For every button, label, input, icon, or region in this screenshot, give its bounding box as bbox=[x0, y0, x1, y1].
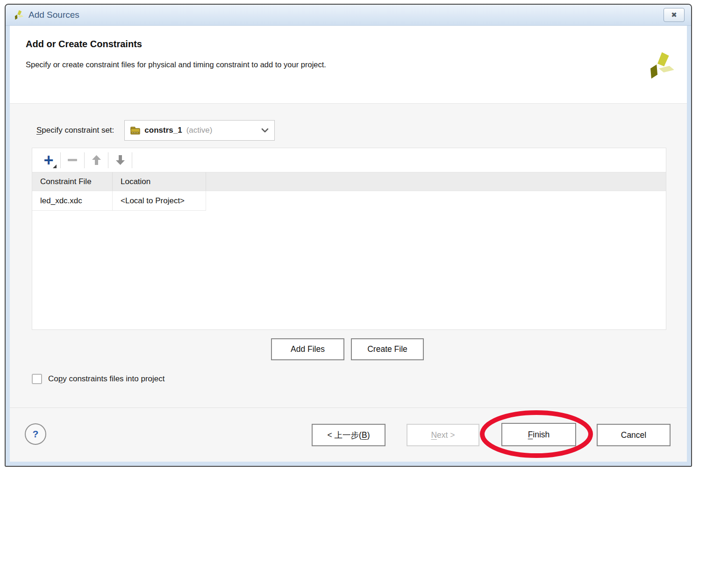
arrow-down-icon bbox=[116, 155, 125, 165]
folder-icon bbox=[130, 127, 140, 135]
wizard-header: Add or Create Constraints Specify or cre… bbox=[10, 26, 687, 104]
column-header-constraint-file: Constraint File bbox=[32, 172, 113, 191]
constraint-set-value: constrs_1 bbox=[144, 126, 182, 135]
toolbar-separator bbox=[132, 152, 132, 168]
dialog-title: Add Sources bbox=[29, 10, 79, 20]
create-file-button[interactable]: Create File bbox=[351, 338, 424, 360]
move-down-button[interactable] bbox=[110, 150, 130, 171]
close-button[interactable]: ✖ bbox=[664, 8, 685, 22]
table-header-row: Constraint File Location bbox=[32, 172, 666, 191]
files-toolbar: + bbox=[32, 148, 666, 172]
remove-file-button[interactable] bbox=[62, 150, 83, 171]
add-sources-dialog: Add Sources ✖ Add or Create Constraints … bbox=[5, 4, 692, 467]
plus-dropdown-corner-icon bbox=[53, 164, 57, 168]
copy-constraints-label: Copy constraints files into project bbox=[48, 374, 164, 384]
back-button[interactable]: < 上一步(B) bbox=[312, 424, 385, 446]
toolbar-separator bbox=[60, 152, 61, 168]
column-header-location: Location bbox=[113, 172, 206, 191]
cancel-button[interactable]: Cancel bbox=[597, 424, 671, 446]
cell-constraint-file: led_xdc.xdc bbox=[32, 191, 113, 211]
copy-constraints-checkbox[interactable] bbox=[32, 374, 42, 384]
screen: Add Sources ✖ Add or Create Constraints … bbox=[0, 0, 728, 564]
dialog-content: Add or Create Constraints Specify or cre… bbox=[10, 26, 687, 462]
constraint-set-status: (active) bbox=[186, 126, 213, 135]
cell-location: <Local to Project> bbox=[113, 191, 206, 211]
minus-icon bbox=[68, 159, 77, 161]
chevron-down-icon bbox=[261, 128, 269, 133]
constraint-set-label: Specify constraint set: bbox=[36, 126, 114, 135]
question-mark-icon: ? bbox=[33, 428, 39, 440]
toolbar-separator bbox=[84, 152, 85, 168]
add-files-button[interactable]: Add Files bbox=[271, 338, 344, 360]
arrow-up-icon bbox=[92, 155, 101, 165]
constraint-set-row: Specify constraint set: constrs_1 bbox=[36, 120, 275, 141]
constraint-files-panel: + bbox=[32, 148, 666, 330]
xilinx-logo-icon bbox=[12, 9, 23, 21]
file-action-buttons: Add Files Create File bbox=[271, 338, 424, 360]
close-icon: ✖ bbox=[671, 11, 677, 19]
help-button[interactable]: ? bbox=[25, 423, 46, 445]
xilinx-logo bbox=[643, 50, 674, 81]
dialog-titlebar: Add Sources ✖ bbox=[6, 5, 691, 26]
wizard-footer: ? < 上一步(B) Next > Finish Cancel bbox=[10, 407, 687, 462]
move-up-button[interactable] bbox=[86, 150, 107, 171]
plus-icon: + bbox=[43, 153, 53, 167]
toolbar-separator bbox=[108, 152, 108, 168]
copy-constraints-row: Copy constraints files into project bbox=[32, 374, 164, 384]
wizard-body: Specify constraint set: constrs_1 bbox=[10, 104, 687, 407]
page-subtitle: Specify or create constraint files for p… bbox=[26, 60, 326, 69]
constraint-set-dropdown[interactable]: constrs_1 (active) bbox=[124, 120, 275, 141]
table-row[interactable]: led_xdc.xdc <Local to Project> bbox=[32, 191, 666, 211]
page-title: Add or Create Constraints bbox=[26, 39, 142, 50]
add-file-button[interactable]: + bbox=[38, 150, 59, 171]
finish-button[interactable]: Finish bbox=[501, 423, 576, 446]
next-button: Next > bbox=[407, 424, 479, 446]
